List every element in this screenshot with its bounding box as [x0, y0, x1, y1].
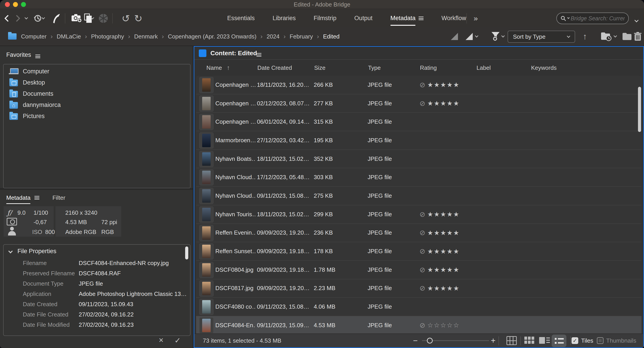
- copy-dropdown-button[interactable]: [91, 18, 94, 19]
- workspace-tab[interactable]: Filmstrip: [314, 9, 336, 27]
- nav-dropdown-button[interactable]: [25, 18, 28, 19]
- column-header[interactable]: Rating: [420, 64, 442, 71]
- property-value[interactable]: JPEG file: [79, 280, 103, 287]
- thumbnail-view-button[interactable]: [524, 336, 535, 345]
- favorites-item[interactable]: Computer: [4, 66, 190, 77]
- sort-direction-button[interactable]: ↑: [583, 32, 587, 42]
- file-row[interactable]: Copenhagen … 02/12/2023, 08.07… 277 KB J…: [196, 94, 642, 113]
- column-header[interactable]: Date Created: [258, 64, 297, 71]
- star-filled-icon[interactable]: ★: [453, 229, 459, 236]
- breadcrumb-item[interactable]: DMLaCie ›: [55, 33, 90, 40]
- star-filled-icon[interactable]: ★: [453, 248, 459, 255]
- favorites-item[interactable]: dannymaiorca: [4, 99, 190, 110]
- file-row[interactable]: DSCF4084-En… 09/11/2023, 15.09… 4.53 MB …: [196, 316, 642, 334]
- column-header[interactable]: Label: [476, 64, 496, 71]
- favorites-item[interactable]: Pictures: [4, 110, 190, 122]
- breadcrumb-item[interactable]: Photography ›: [90, 33, 133, 40]
- star-filled-icon[interactable]: ★: [427, 284, 433, 292]
- breadcrumb-item[interactable]: Computer ›: [20, 33, 55, 40]
- file-row[interactable]: Copenhagen … 06/01/2024, 09.14… 315 KB J…: [196, 113, 642, 131]
- breadcrumb-item[interactable]: February ›: [288, 33, 322, 40]
- star-filled-icon[interactable]: ★: [434, 266, 440, 274]
- star-filled-icon[interactable]: ★: [434, 100, 440, 107]
- file-rating[interactable]: ⊘☆☆☆☆☆: [420, 316, 459, 334]
- boomerang-button[interactable]: [51, 12, 62, 24]
- sort-select[interactable]: Sort by Type: [508, 31, 575, 43]
- property-value[interactable]: DSCF4084-Enhanced-NR copy.jpg: [79, 260, 169, 266]
- grid-view-button[interactable]: [506, 336, 517, 345]
- star-empty-icon[interactable]: ☆: [440, 322, 446, 329]
- quality-chevron-button[interactable]: [476, 36, 478, 37]
- workspace-tab[interactable]: Libraries: [272, 9, 296, 27]
- star-filled-icon[interactable]: ★: [434, 229, 440, 236]
- content-menu-button[interactable]: [256, 51, 262, 58]
- file-row[interactable]: DSCF0804.jpg 09/09/2023, 19.18… 1.78 MB …: [196, 261, 642, 279]
- file-rating[interactable]: ⊘★★★★★: [420, 279, 459, 298]
- zoom-in-button[interactable]: +: [491, 336, 496, 345]
- metadata-panel-tab[interactable]: Metadata: [6, 191, 39, 204]
- star-filled-icon[interactable]: ★: [427, 81, 433, 88]
- star-empty-icon[interactable]: ☆: [434, 322, 440, 329]
- star-filled-icon[interactable]: ★: [440, 229, 446, 236]
- cancel-button[interactable]: ×: [159, 336, 164, 345]
- star-filled-icon[interactable]: ★: [453, 100, 459, 107]
- star-filled-icon[interactable]: ★: [447, 266, 452, 274]
- star-filled-icon[interactable]: ★: [440, 100, 446, 107]
- star-filled-icon[interactable]: ★: [427, 210, 433, 218]
- breadcrumb-item[interactable]: 2024 ›: [265, 33, 288, 40]
- file-row[interactable]: Nyhavn Cloud… 17/12/2023, 05.48… 303 KB …: [196, 168, 642, 187]
- filter-quality-button[interactable]: [450, 32, 458, 40]
- star-empty-icon[interactable]: ☆: [453, 322, 459, 329]
- redo-button[interactable]: ↻: [134, 12, 142, 24]
- forward-button[interactable]: [14, 16, 19, 21]
- search-input[interactable]: [571, 15, 625, 22]
- file-rating[interactable]: ⊘★★★★★: [420, 205, 459, 224]
- panel-divider[interactable]: [0, 188, 193, 190]
- history-button[interactable]: [33, 14, 42, 23]
- file-row[interactable]: Nyhavn Boats… 18/11/2023, 15.02… 352 KB …: [196, 150, 642, 168]
- file-row[interactable]: DSCF4080 co… 09/11/2023, 15.08… 4.06 MB …: [196, 298, 642, 316]
- star-filled-icon[interactable]: ★: [440, 284, 446, 292]
- star-filled-icon[interactable]: ★: [453, 210, 459, 218]
- tab-menu-button[interactable]: [418, 16, 424, 20]
- star-filled-icon[interactable]: ★: [453, 81, 459, 88]
- star-filled-icon[interactable]: ★: [447, 210, 452, 218]
- star-filled-icon[interactable]: ★: [453, 266, 459, 274]
- new-folder-button[interactable]: [622, 32, 632, 41]
- breadcrumb-item[interactable]: Copenhagen (Apr. 2023 Onwards) ›: [166, 33, 265, 40]
- breadcrumb-item[interactable]: Denmark ›: [133, 33, 166, 40]
- file-row[interactable]: Nyhavn Touris… 18/11/2023, 15.02… 299 KB…: [196, 205, 642, 224]
- file-rating[interactable]: ⊘★★★★★: [420, 94, 459, 112]
- star-filled-icon[interactable]: ★: [427, 248, 433, 255]
- search-box[interactable]: [556, 12, 629, 24]
- tab-menu-button[interactable]: [34, 196, 39, 200]
- file-rating[interactable]: ⊘★★★★★: [420, 261, 459, 279]
- star-filled-icon[interactable]: ★: [453, 284, 459, 292]
- slider-knob[interactable]: [427, 338, 433, 344]
- apply-button[interactable]: ✓: [174, 336, 181, 345]
- star-filled-icon[interactable]: ★: [440, 248, 446, 255]
- refine-button[interactable]: [98, 13, 109, 24]
- metadata-panel-tab[interactable]: Filter: [52, 191, 65, 204]
- star-filled-icon[interactable]: ★: [440, 266, 446, 274]
- history-dropdown-button[interactable]: [42, 18, 44, 19]
- filter-by-rating-button[interactable]: [491, 32, 500, 42]
- file-row[interactable]: Marmorbroen… 27/12/2023, 03.42… 195 KB J…: [196, 131, 642, 150]
- breadcrumb-item[interactable]: Edited: [322, 33, 346, 40]
- star-filled-icon[interactable]: ★: [440, 81, 446, 88]
- file-row[interactable]: Nyhavn Cloud… 09/11/2023, 15.08… 275 KB …: [196, 187, 642, 205]
- delete-button[interactable]: [634, 32, 642, 41]
- star-empty-icon[interactable]: ☆: [447, 322, 452, 329]
- get-photos-button[interactable]: [71, 13, 83, 24]
- workspace-tab[interactable]: Metadata: [390, 9, 424, 27]
- workspace-tab[interactable]: Essentials: [227, 9, 255, 27]
- tiles-label[interactable]: Tiles: [581, 334, 593, 347]
- star-filled-icon[interactable]: ★: [427, 266, 433, 274]
- star-filled-icon[interactable]: ★: [427, 100, 433, 107]
- property-value[interactable]: 09/11/2023, 15.09.43: [79, 301, 133, 308]
- favorites-item[interactable]: Desktop: [4, 77, 190, 88]
- property-value[interactable]: DSCF4084.RAF: [79, 270, 121, 277]
- content-scrollbar[interactable]: [638, 87, 641, 132]
- star-filled-icon[interactable]: ★: [447, 229, 452, 236]
- file-row[interactable]: Copenhagen … 18/11/2023, 16.20… 266 KB J…: [196, 76, 642, 94]
